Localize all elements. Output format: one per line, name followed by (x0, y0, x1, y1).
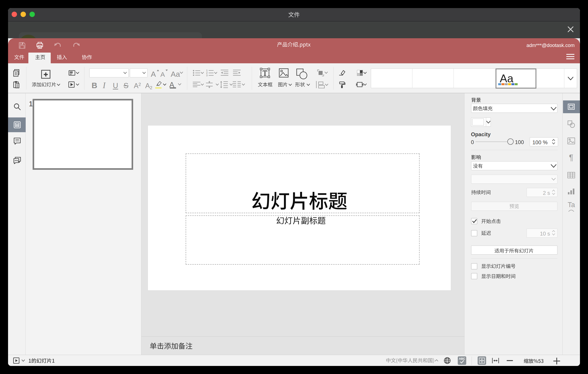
svg-text:3: 3 (206, 74, 208, 77)
